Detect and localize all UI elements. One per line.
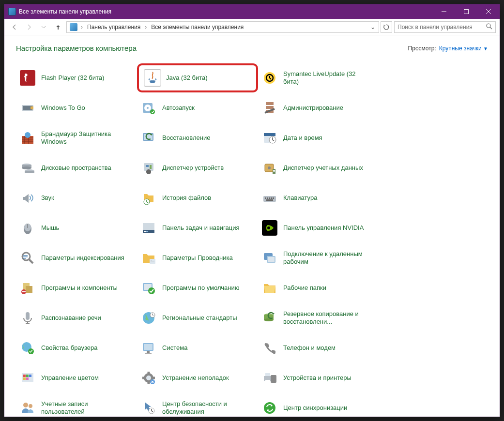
remoteapp-icon [261,249,278,267]
item-label: Панель задач и навигация [162,224,240,232]
cp-item-admin[interactable]: Администрирование [258,96,379,120]
defprog-icon [140,279,157,297]
item-label: Восстановление [162,134,210,142]
item-label: Подключение к удаленным рабочим [283,250,370,266]
chevron-right-icon[interactable]: › [79,24,84,30]
cp-item-inetopts[interactable]: Свойства браузера [16,336,137,360]
nvidia-icon [261,219,278,237]
cp-item-folderopts[interactable]: Параметры Проводника [137,246,258,270]
item-label: Flash Player (32 бита) [41,74,104,82]
chevron-right-icon[interactable]: › [143,24,148,30]
breadcrumb-current[interactable]: Все элементы панели управления [149,24,245,30]
close-button[interactable] [477,4,500,19]
address-bar: › Панель управления › Все элементы панел… [4,19,500,35]
cp-item-phone[interactable]: Телефон и модем [258,336,379,360]
forward-button[interactable] [23,21,35,33]
credmgr-icon [261,159,278,177]
titlebar: Все элементы панели управления [4,4,500,19]
devprint-icon [261,369,278,387]
flash-icon [19,69,36,87]
item-label: Брандмауэр Защитника Windows [41,130,128,146]
cp-item-mouse[interactable]: Мышь [16,216,137,240]
item-label: Дата и время [283,134,322,142]
item-label: Панель управления NVIDIA [283,224,364,232]
indexing-icon [19,249,36,267]
cp-item-firewall[interactable]: Брандмауэр Защитника Windows [16,126,137,150]
item-label: Распознавание речи [41,314,101,322]
minimize-button[interactable] [433,4,455,19]
cp-item-keyboard[interactable]: Клавиатура [258,186,379,210]
recent-dropdown[interactable] [37,21,50,33]
view-selector: Просмотр: Крупные значки ▼ [408,45,488,52]
cp-item-actioncenter[interactable]: Центр безопасности и обслуживания [137,396,258,417]
item-label: Symantec LiveUpdate (32 бита) [283,70,370,86]
datetime-icon [261,129,278,147]
cp-item-devicemgr[interactable]: Диспетчер устройств [137,156,258,180]
recovery-icon [140,129,157,147]
breadcrumb[interactable]: › Панель управления › Все элементы панел… [66,21,379,33]
cp-item-backup[interactable]: Резервное копирование и восстановлени... [258,306,379,330]
cp-item-recovery[interactable]: Восстановление [137,126,258,150]
item-label: Рабочие папки [283,284,326,292]
cp-item-sound[interactable]: Звук [16,186,137,210]
caret-down-icon: ▼ [483,46,488,51]
item-label: Свойства браузера [41,344,97,352]
cp-item-workfolders[interactable]: Рабочие папки [258,276,379,300]
item-label: Резервное копирование и восстановлени... [283,310,370,326]
phone-icon [261,339,278,357]
cp-item-datetime[interactable]: Дата и время [258,126,379,150]
sound-icon [19,189,36,207]
admin-icon [261,99,278,117]
region-icon [140,309,157,327]
item-label: Устранение неполадок [162,374,229,382]
firewall-icon [19,129,36,147]
item-label: Администрирование [283,104,343,112]
cp-item-flash[interactable]: Flash Player (32 бита) [16,66,137,90]
search-icon[interactable] [486,23,492,31]
view-value-link[interactable]: Крупные значки ▼ [439,45,488,52]
breadcrumb-dropdown[interactable]: ⌄ [369,24,377,30]
cp-item-speech[interactable]: Распознавание речи [16,306,137,330]
cp-item-nvidia[interactable]: Панель управления NVIDIA [258,216,379,240]
refresh-button[interactable] [381,21,392,33]
cp-item-symantec[interactable]: Symantec LiveUpdate (32 бита) [258,66,379,90]
cp-item-region[interactable]: Региональные стандарты [137,306,258,330]
troubleshoot-icon [140,369,157,387]
cp-item-synccenter[interactable]: Центр синхронизации [258,396,379,417]
cp-item-java[interactable]: Java (32 бита) [137,63,258,92]
cp-item-colormgmt[interactable]: Управление цветом [16,366,137,390]
cp-item-useracct[interactable]: Учетные записи пользователей [16,396,137,417]
item-label: Учетные записи пользователей [41,400,128,416]
cp-item-indexing[interactable]: Параметры индексирования [16,246,137,270]
breadcrumb-root[interactable]: Панель управления [85,24,142,30]
cp-item-taskbar[interactable]: Панель задач и навигация [137,216,258,240]
cp-item-troubleshoot[interactable]: Устранение неполадок [137,366,258,390]
cp-item-system[interactable]: Система [137,336,258,360]
search-input[interactable] [397,24,486,30]
cp-item-filehist[interactable]: История файлов [137,186,258,210]
item-label: Программы по умолчанию [162,284,239,292]
svg-rect-1 [464,10,469,14]
maximize-button[interactable] [455,4,477,19]
cp-item-defprog[interactable]: Программы по умолчанию [137,276,258,300]
back-button[interactable] [8,21,21,33]
devicemgr-icon [140,159,157,177]
useracct-icon [19,399,36,417]
up-button[interactable] [52,21,64,33]
cp-item-autoplay[interactable]: Автозапуск [137,96,258,120]
cp-item-programs[interactable]: Программы и компоненты [16,276,137,300]
page-title: Настройка параметров компьютера [16,44,137,52]
item-label: Устройства и принтеры [283,374,351,382]
item-label: Звук [41,194,54,202]
item-label: Диспетчер устройств [162,164,224,172]
cp-item-storagespaces[interactable]: Дисковые пространства [16,156,137,180]
item-label: Windows To Go [41,104,85,112]
cp-item-remoteapp[interactable]: Подключение к удаленным рабочим [258,246,379,270]
cp-item-devprint[interactable]: Устройства и принтеры [258,366,379,390]
item-label: Управление цветом [41,374,99,382]
window-frame: Все элементы панели управления [4,4,500,417]
search-box[interactable] [394,21,496,33]
cp-item-credmgr[interactable]: Диспетчер учетных данных [258,156,379,180]
system-icon [140,339,157,357]
cp-item-wtg[interactable]: Windows To Go [16,96,137,120]
